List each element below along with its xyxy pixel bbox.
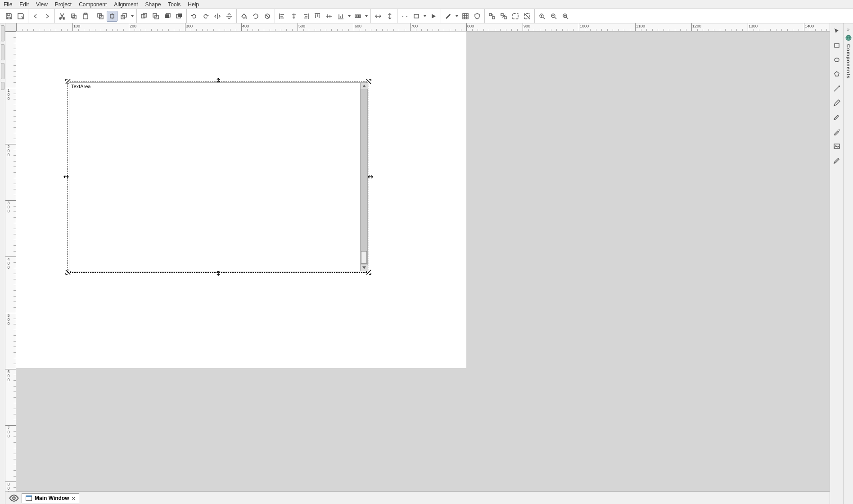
flip-v-icon[interactable] [224,11,235,22]
preview-eye-icon[interactable] [9,493,19,503]
ruler-corner [5,23,16,32]
undo-icon[interactable] [30,11,41,22]
align-right-icon[interactable] [300,11,311,22]
window-tabs: Main Window × [5,491,830,504]
svg-rect-25 [463,14,468,19]
eyedropper-tool-icon[interactable] [832,127,842,137]
resize-handle-w[interactable] [63,174,69,180]
scroll-thumb[interactable] [361,251,367,264]
pencil-tool-icon[interactable] [832,98,842,108]
textarea-scrollbar[interactable] [360,83,367,271]
rotate-ccw-icon[interactable] [189,11,199,22]
shape-rect-icon[interactable] [411,11,422,22]
layer-fill2-icon[interactable] [174,11,185,22]
panel-collapse-icon[interactable]: » [845,26,852,32]
shield-icon[interactable] [472,11,483,22]
play-icon[interactable] [428,11,439,22]
rotate-cw-icon[interactable] [200,11,211,22]
svg-rect-36 [835,44,839,47]
tab-label: Main Window [35,495,69,501]
ellipse-tool-icon[interactable] [832,55,842,65]
scroll-down-icon[interactable] [361,265,368,271]
wrench-dropdown[interactable] [455,11,459,22]
stack-dup2-icon[interactable] [150,11,161,22]
center-vert-icon[interactable] [384,11,395,22]
shape-dropdown[interactable] [423,11,427,22]
redo-icon[interactable] [42,11,53,22]
zoom-fit-icon[interactable] [537,11,547,22]
textarea-label: TextArea [71,84,90,89]
align-middle-v-icon[interactable] [324,11,334,22]
center-horiz-icon[interactable] [373,11,384,22]
menu-item-project[interactable]: Project [55,1,72,8]
window-icon [26,495,32,501]
design-canvas[interactable]: TextArea [16,32,830,491]
scroll-up-icon[interactable] [361,83,368,89]
rect-tool-icon[interactable] [832,40,842,50]
svg-rect-15 [165,14,169,18]
order-dropdown[interactable] [130,11,135,22]
zoom-out-icon[interactable] [548,11,559,22]
order-back-icon[interactable] [95,11,106,22]
align-left-icon[interactable] [277,11,288,22]
pointer-tool-icon[interactable] [832,26,842,36]
save-icon[interactable] [4,11,14,22]
left-collapsed-panel[interactable] [0,23,5,504]
zoom-in-icon[interactable] [560,11,571,22]
distribute-dropdown[interactable] [364,11,369,22]
order-front-icon[interactable] [118,11,129,22]
polygon-tool-icon[interactable] [832,69,842,79]
tab-close-icon[interactable]: × [72,495,76,502]
tab-main-window[interactable]: Main Window × [22,493,79,503]
ruler-vertical: 100200300400500600700800900100011001200 [5,32,16,491]
ungroup-icon[interactable] [498,11,509,22]
order-middle-icon[interactable] [107,11,117,22]
clear-icon[interactable] [262,11,273,22]
save-as-icon[interactable] [15,11,26,22]
layer-fill1-icon[interactable] [162,11,173,22]
brush-tool-icon[interactable] [832,112,842,122]
select-all-icon[interactable] [510,11,521,22]
menu-item-shape[interactable]: Shape [145,1,161,8]
svg-rect-28 [501,14,503,16]
svg-rect-27 [492,17,495,19]
menu-item-alignment[interactable]: Alignment [114,1,138,8]
deselect-icon[interactable] [522,11,533,22]
stack-dup1-icon[interactable] [139,11,149,22]
image-tool-icon[interactable] [832,141,842,151]
wrench-icon[interactable] [443,11,454,22]
snap-icon[interactable] [399,11,410,22]
copy-icon[interactable] [68,11,79,22]
line-tool-icon[interactable] [832,84,842,94]
align-bottom-icon[interactable] [335,11,346,22]
align-center-h-icon[interactable] [289,11,299,22]
flip-h-icon[interactable] [212,11,223,22]
menu-item-tools[interactable]: Tools [168,1,181,8]
menu-item-view[interactable]: View [36,1,48,8]
distribute-h-icon[interactable] [352,11,363,22]
menu-item-component[interactable]: Component [79,1,107,8]
fill-paint-icon[interactable] [239,11,249,22]
components-panel-label: Components [846,44,851,79]
cut-icon[interactable] [57,11,68,22]
group-icon[interactable] [487,11,497,22]
align-dropdown[interactable] [347,11,352,22]
edit-tool-icon[interactable] [832,156,842,166]
resize-handle-e[interactable] [368,174,373,180]
svg-point-19 [246,17,247,18]
grid-icon[interactable] [460,11,471,22]
svg-rect-24 [414,14,419,18]
components-panel-collapsed[interactable]: » Components [843,23,853,504]
menu-item-edit[interactable]: Edit [19,1,29,8]
menu-bar: FileEditViewProjectComponentAlignmentSha… [0,0,853,9]
menu-item-file[interactable]: File [4,1,12,8]
paste-icon[interactable] [80,11,91,22]
svg-rect-21 [355,15,357,18]
svg-rect-30 [513,14,518,19]
menu-item-help[interactable]: Help [188,1,199,8]
svg-rect-29 [504,17,506,19]
reset-rotation-icon[interactable] [250,11,261,22]
textarea-component[interactable]: TextArea [69,82,368,271]
svg-point-35 [13,497,15,500]
align-top-icon[interactable] [312,11,323,22]
